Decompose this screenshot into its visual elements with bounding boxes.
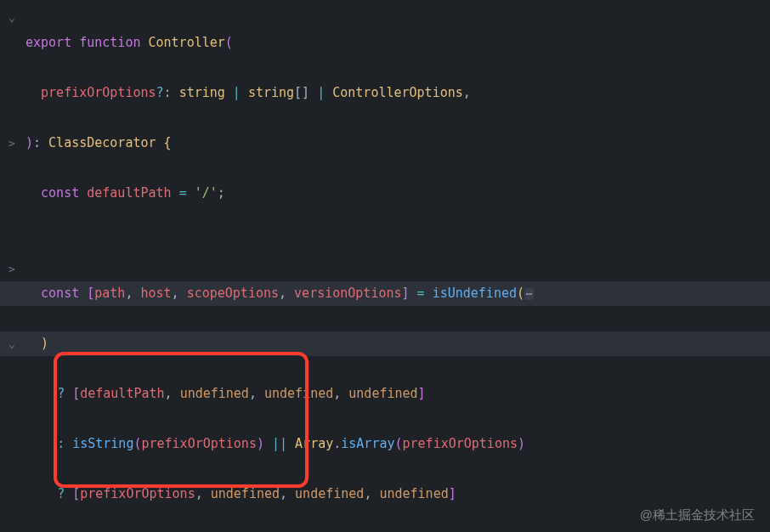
watermark-text: @稀土掘金技术社区	[640, 502, 755, 528]
code-line[interactable]: : isString(prefixOrOptions) || Array.isA…	[25, 432, 770, 457]
fold-icon-closed[interactable]: >	[5, 131, 19, 156]
fold-gutter: ⌄ > > ⌄	[0, 0, 24, 532]
code-line[interactable]: const defaultPath = '/';	[25, 181, 770, 207]
code-line-highlighted[interactable]: )	[0, 331, 770, 357]
code-line[interactable]	[25, 231, 770, 257]
code-line[interactable]: ? [defaultPath, undefined, undefined, un…	[25, 382, 770, 407]
code-line[interactable]: ): ClassDecorator {	[25, 131, 770, 156]
folded-ellipsis[interactable]: ⋯	[524, 288, 534, 300]
code-area[interactable]: export function Controller( prefixOrOpti…	[0, 5, 770, 532]
code-line[interactable]: prefixOrOptions?: string | string[] | Co…	[25, 81, 770, 106]
code-line-highlighted[interactable]: const [path, host, scopeOptions, version…	[0, 281, 770, 307]
code-editor[interactable]: ⌄ > > ⌄ export function Controller( pref…	[0, 0, 770, 532]
fold-icon-open[interactable]: ⌄	[5, 331, 19, 357]
fold-icon-closed[interactable]: >	[5, 257, 19, 282]
fold-icon-open[interactable]: ⌄	[5, 5, 19, 31]
code-line[interactable]: export function Controller(	[25, 31, 770, 56]
